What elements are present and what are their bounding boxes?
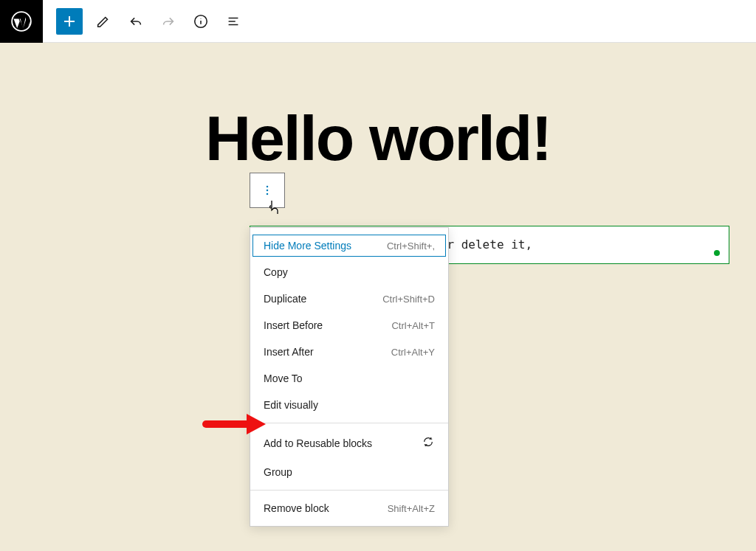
redo-button[interactable] — [155, 8, 182, 35]
plus-icon — [61, 13, 78, 30]
menu-move-to[interactable]: Move To — [250, 365, 448, 392]
cursor-pointer-icon — [267, 199, 281, 219]
undo-icon — [128, 13, 144, 30]
menu-insert-after[interactable]: Insert After Ctrl+Alt+Y — [250, 339, 448, 365]
menu-add-reusable[interactable]: Add to Reusable blocks — [250, 428, 448, 459]
list-icon — [225, 13, 241, 30]
menu-insert-before[interactable]: Insert Before Ctrl+Alt+T — [250, 312, 448, 339]
redo-icon — [160, 13, 176, 30]
info-icon — [193, 13, 209, 30]
svg-point-3 — [267, 190, 269, 192]
menu-copy[interactable]: Copy — [250, 259, 448, 285]
menu-duplicate[interactable]: Duplicate Ctrl+Shift+D — [250, 285, 448, 312]
menu-hide-more-settings[interactable]: Hide More Settings Ctrl+Shift+, — [250, 232, 448, 259]
annotation-arrow — [202, 412, 269, 437]
block-options-menu: Hide More Settings Ctrl+Shift+, Copy Dup… — [250, 227, 449, 527]
add-block-button[interactable] — [56, 8, 83, 35]
svg-point-4 — [267, 193, 269, 195]
menu-remove-block[interactable]: Remove block Shift+Alt+Z — [250, 495, 448, 521]
wordpress-logo-button[interactable] — [0, 0, 43, 43]
kebab-icon — [260, 183, 275, 198]
menu-edit-visually[interactable]: Edit visually — [250, 392, 448, 418]
editor-toolbar — [0, 0, 756, 43]
editor-canvas: Hello world! is your first post. Edit or… — [0, 43, 756, 551]
outline-button[interactable] — [220, 8, 247, 35]
menu-group[interactable]: Group — [250, 459, 448, 485]
svg-point-2 — [267, 186, 269, 188]
undo-button[interactable] — [123, 8, 149, 35]
edit-mode-button[interactable] — [90, 8, 117, 35]
pencil-icon — [95, 13, 111, 30]
info-button[interactable] — [188, 8, 214, 35]
status-dot — [714, 250, 720, 256]
refresh-icon — [422, 435, 435, 451]
post-title[interactable]: Hello world! — [0, 102, 756, 175]
wordpress-icon — [11, 11, 32, 32]
